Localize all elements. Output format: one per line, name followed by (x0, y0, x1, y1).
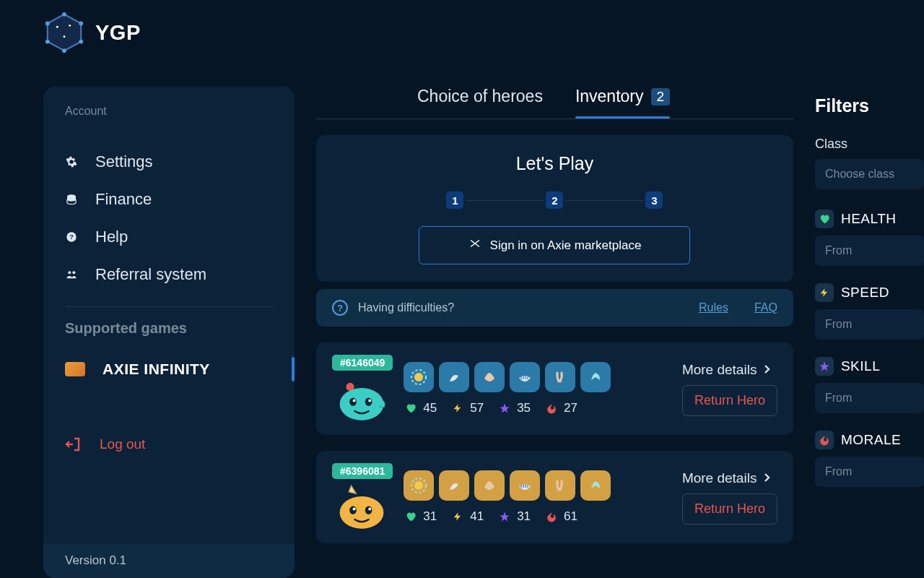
svg-point-23 (340, 496, 384, 529)
more-details-link[interactable]: More details (682, 470, 772, 486)
signin-button[interactable]: Sign in on Axie marketplace (419, 226, 690, 264)
filter-class-select[interactable]: Choose class (815, 159, 924, 189)
filters-panel: Filters Class Choose class HEALTHSPEEDSK… (815, 87, 924, 578)
svg-point-26 (365, 506, 372, 514)
step-line (565, 200, 643, 201)
step-2: 2 (546, 191, 563, 209)
users-icon (65, 268, 78, 281)
trait-icon (474, 470, 505, 501)
stat: 45 (404, 401, 437, 415)
sidebar-item-help[interactable]: ? Help (65, 218, 273, 256)
fire-icon (815, 431, 834, 449)
inventory-count-badge: 2 (651, 88, 671, 105)
hero-id-badge: #6146049 (332, 355, 393, 371)
filter-morale-from[interactable] (815, 457, 924, 487)
more-details-link[interactable]: More details (682, 362, 772, 378)
sidebar-item-referral[interactable]: Referral system (65, 256, 273, 293)
chevron-right-icon (764, 362, 771, 378)
question-icon: ? (332, 300, 348, 316)
stat: 35 (497, 401, 531, 415)
return-hero-button[interactable]: Return Hero (682, 493, 777, 525)
logout-button[interactable]: Log out (43, 425, 295, 464)
hero-id-badge: #6396081 (332, 463, 393, 479)
star-icon (497, 401, 512, 415)
svg-point-28 (414, 481, 423, 490)
fire-icon (544, 509, 559, 524)
filter-skill-from[interactable] (815, 383, 924, 413)
stat: 57 (450, 401, 484, 415)
heart-icon (815, 210, 834, 228)
svg-point-21 (414, 373, 423, 381)
svg-marker-0 (48, 14, 81, 51)
difficulties-text: Having difficulties? (358, 301, 673, 314)
sidebar-item-finance[interactable]: Finance (65, 181, 273, 218)
stat-value: 61 (564, 509, 578, 524)
filter-stat-label: HEALTH (841, 211, 897, 227)
trait-icon (510, 470, 540, 501)
play-title: Let's Play (338, 153, 772, 174)
coins-icon (65, 193, 78, 206)
filter-stat-label: SPEED (841, 285, 889, 301)
rules-link[interactable]: Rules (699, 301, 728, 314)
svg-point-18 (353, 400, 356, 402)
trait-icon (580, 470, 611, 501)
svg-point-17 (349, 398, 357, 406)
svg-point-8 (69, 25, 71, 27)
filter-health-from[interactable] (815, 236, 924, 266)
sidebar: Account Settings Finance ? Help Referral… (43, 87, 295, 578)
heart-icon (404, 401, 418, 415)
return-hero-button[interactable]: Return Hero (682, 385, 777, 416)
svg-point-6 (45, 22, 50, 26)
version-label: Version 0.1 (43, 543, 295, 578)
hero-image (332, 485, 391, 531)
filter-stat-label: SKILL (841, 358, 880, 374)
tab-choice-heroes[interactable]: Choice of heroes (417, 87, 543, 118)
logo: YGP (43, 12, 141, 53)
stat: 61 (544, 509, 578, 524)
fire-icon (544, 401, 559, 415)
svg-point-24 (349, 506, 357, 514)
trait-icon (545, 470, 575, 501)
nav-label: Referral system (95, 265, 206, 284)
nav-label: Help (95, 228, 128, 246)
stat-value: 35 (517, 401, 531, 415)
svg-point-4 (62, 48, 66, 53)
star-icon (497, 509, 512, 524)
stat-value: 41 (470, 509, 484, 524)
signin-label: Sign in on Axie marketplace (490, 238, 642, 253)
axie-icon (468, 237, 481, 254)
bolt-icon (450, 401, 465, 415)
stat-value: 27 (564, 401, 578, 415)
logout-label: Log out (100, 436, 145, 452)
svg-point-9 (64, 35, 66, 38)
hero-card: #614604945573527More detailsReturn Hero (316, 342, 793, 435)
filter-stat-morale: MORALE (815, 431, 924, 449)
svg-point-1 (62, 12, 66, 17)
tab-label: Choice of heroes (417, 87, 543, 106)
bolt-icon (815, 283, 834, 302)
game-axie-infinity[interactable]: AXIE INFINITY (43, 350, 295, 389)
divider (65, 306, 273, 307)
trait-icon (439, 362, 469, 392)
faq-link[interactable]: FAQ (754, 301, 777, 314)
stat-value: 45 (423, 401, 437, 415)
hero-card: #639608131413161More detailsReturn Hero (316, 451, 793, 543)
tab-inventory[interactable]: Inventory 2 (575, 87, 670, 118)
trait-icon (510, 362, 540, 392)
step-1: 1 (446, 191, 463, 209)
stat: 41 (450, 509, 484, 524)
svg-point-5 (45, 40, 50, 44)
svg-point-25 (353, 508, 356, 511)
logo-icon (43, 12, 85, 53)
heart-icon (404, 509, 418, 524)
tab-label: Inventory (575, 87, 644, 106)
svg-point-2 (79, 22, 83, 26)
sidebar-item-settings[interactable]: Settings (65, 143, 273, 181)
stat-value: 31 (517, 509, 531, 524)
svg-point-27 (368, 508, 371, 511)
svg-point-13 (68, 271, 71, 274)
stepper: 1 2 3 (338, 191, 772, 209)
filter-speed-from[interactable] (815, 309, 924, 340)
game-icon (65, 362, 85, 376)
step-line (466, 200, 544, 201)
